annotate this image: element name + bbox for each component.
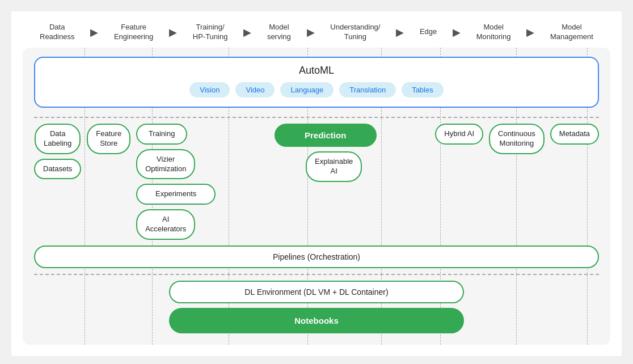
step-understanding: Understanding/ Tuning (330, 23, 380, 42)
automl-pill-tables[interactable]: Tables (402, 82, 444, 98)
h-dash-2 (34, 274, 599, 275)
comp-continuous-monitoring[interactable]: ContinuousMonitoring (489, 124, 545, 154)
comp-feature-store[interactable]: FeatureStore (87, 124, 130, 154)
automl-pill-translation[interactable]: Translation (339, 82, 396, 98)
arrow-1: ▶ (90, 26, 98, 39)
h-dash-1 (34, 117, 599, 118)
automl-pill-language[interactable]: Language (280, 82, 334, 98)
arrow-7: ▶ (526, 26, 534, 39)
comp-datasets[interactable]: Datasets (34, 159, 81, 180)
arrow-5: ▶ (396, 26, 404, 39)
comp-hybrid-ai[interactable]: Hybrid AI (435, 124, 483, 145)
step-model-monitoring: Model Monitoring (476, 23, 511, 42)
bottom-section: DL Environment (DL VM + DL Container) No… (34, 281, 599, 333)
arrow-4: ▶ (307, 26, 315, 39)
comp-pipelines[interactable]: Pipelines (Orchestration) (34, 246, 599, 268)
main-container: Data Readiness ▶ Feature Engineering ▶ T… (11, 11, 622, 356)
step-model-serving: Model serving (267, 23, 291, 42)
comp-dl-environment[interactable]: DL Environment (DL VM + DL Container) (169, 281, 464, 303)
automl-box: AutoML Vision Video Language Translation… (34, 57, 599, 108)
main-components: DataLabeling Datasets FeatureStore Train… (34, 124, 599, 268)
components-row-1: DataLabeling Datasets FeatureStore Train… (34, 124, 599, 240)
group-feature-store: FeatureStore (87, 124, 130, 154)
automl-title: AutoML (44, 65, 589, 77)
automl-pill-video[interactable]: Video (235, 82, 275, 98)
comp-vizier[interactable]: VizierOptimization (136, 149, 195, 180)
comp-ai-accelerators[interactable]: AIAccelerators (136, 209, 195, 240)
comp-explainable-ai[interactable]: ExplainableAI (306, 151, 362, 182)
step-model-management: Model Management (550, 23, 593, 42)
automl-pills: Vision Video Language Translation Tables (44, 82, 589, 98)
group-continuous-monitoring: ContinuousMonitoring (489, 124, 545, 154)
comp-data-labeling[interactable]: DataLabeling (35, 124, 81, 154)
group-data-labeling: DataLabeling Datasets (34, 124, 81, 180)
comp-notebooks[interactable]: Notebooks (169, 308, 464, 333)
diagram-area: AutoML Vision Video Language Translation… (23, 48, 610, 345)
comp-prediction[interactable]: Prediction (275, 124, 377, 147)
group-prediction: Prediction ExplainableAI (221, 124, 429, 182)
arrow-2: ▶ (169, 26, 177, 39)
group-training: Training VizierOptimization Experiments … (136, 124, 216, 240)
step-edge: Edge (420, 27, 437, 37)
step-data-readiness: Data Readiness (40, 23, 74, 42)
comp-training[interactable]: Training (136, 124, 187, 145)
comp-metadata[interactable]: Metadata (550, 124, 599, 145)
comp-experiments[interactable]: Experiments (136, 184, 216, 205)
group-metadata: Metadata (550, 124, 599, 145)
step-training: Training/ HP-Tuning (193, 23, 228, 42)
arrow-3: ▶ (243, 26, 251, 39)
pipeline-bar: Data Readiness ▶ Feature Engineering ▶ T… (23, 23, 610, 48)
arrow-6: ▶ (453, 26, 461, 39)
automl-pill-vision[interactable]: Vision (189, 82, 230, 98)
group-hybrid-ai: Hybrid AI (435, 124, 483, 145)
step-feature-engineering: Feature Engineering (114, 23, 153, 42)
